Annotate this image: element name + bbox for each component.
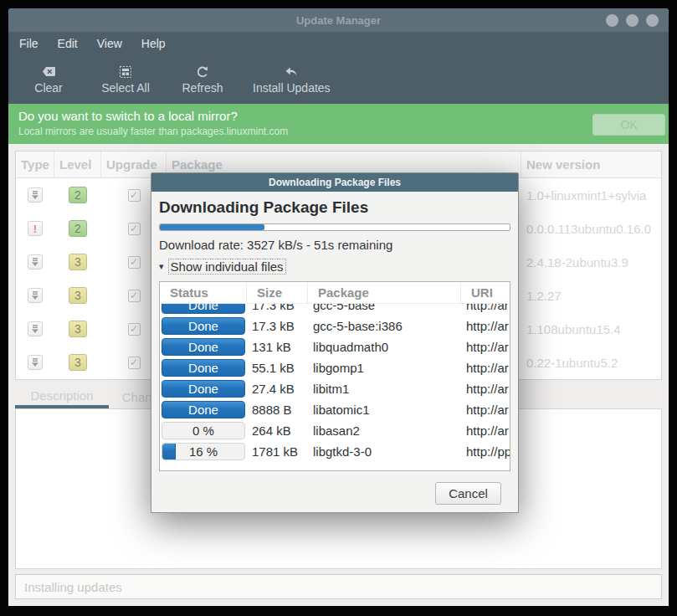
upgrade-checkbox[interactable] (128, 357, 141, 369)
select-all-button[interactable]: Select All (99, 64, 152, 95)
file-size: 264 kB (247, 424, 308, 438)
status-progress: Done (162, 317, 245, 335)
file-uri: http://ar (461, 382, 510, 396)
col-size[interactable]: Size (247, 282, 308, 303)
file-package: gcc-5-base (308, 304, 461, 312)
menu-file[interactable]: File (19, 37, 38, 50)
file-package: libquadmath0 (308, 340, 461, 354)
install-updates-label: Install Updates (253, 81, 331, 95)
file-size: 1781 kB (247, 444, 308, 459)
download-progressbar (159, 223, 510, 231)
status-progress: Done (162, 304, 245, 314)
col-status[interactable]: Status (160, 282, 247, 303)
file-size: 131 kB (247, 340, 308, 354)
clear-label: Clear (34, 81, 62, 95)
install-updates-button[interactable]: Install Updates (253, 64, 331, 95)
software-update-icon (28, 187, 43, 203)
file-row: Done 27.4 kB libitm1 http://ar (160, 378, 510, 399)
status-bar: Installing updates (15, 574, 662, 599)
banner-ok-button[interactable]: OK (592, 114, 665, 136)
level-badge: 3 (69, 254, 87, 270)
status-progress: Done (162, 338, 245, 356)
refresh-label: Refresh (182, 81, 223, 95)
new-version-value: 0.22-1ubuntu5.2 (521, 356, 661, 370)
refresh-button[interactable]: Refresh (176, 64, 229, 95)
file-size: 17.3 kB (247, 319, 308, 333)
file-package: libasan2 (308, 424, 461, 438)
software-update-icon (28, 321, 43, 336)
dialog-heading: Downloading Package Files (159, 198, 510, 217)
files-table-rows[interactable]: Done 17.3 kB gcc-5-base http://ar Done 1… (160, 304, 510, 470)
upgrade-checkbox[interactable] (128, 223, 141, 235)
file-size: 27.4 kB (247, 382, 308, 396)
menu-edit[interactable]: Edit (58, 37, 78, 50)
dialog-title: Downloading Package Files (269, 177, 401, 188)
file-uri: http://pp (461, 444, 510, 459)
menu-help[interactable]: Help (141, 37, 166, 50)
upgrade-checkbox[interactable] (128, 290, 141, 302)
minimize-icon[interactable] (606, 14, 618, 27)
software-update-icon (28, 355, 43, 370)
file-size: 55.1 kB (247, 361, 308, 375)
level-badge: 3 (69, 287, 87, 304)
window-title: Update Manager (296, 14, 381, 27)
status-progress: 16 % (162, 443, 245, 460)
level-badge: 2 (69, 187, 87, 203)
file-uri: http://ar (461, 361, 510, 375)
cancel-button[interactable]: Cancel (435, 482, 501, 505)
install-updates-icon (285, 64, 299, 79)
expander-label: Show individual files (168, 259, 286, 275)
file-uri: http://ar (461, 340, 510, 354)
file-row: Done 55.1 kB libgomp1 http://ar (160, 357, 510, 378)
file-package: libatomic1 (308, 403, 461, 417)
maximize-icon[interactable] (626, 14, 639, 27)
status-text: Installing updates (24, 580, 122, 594)
file-uri: http://ar (461, 403, 510, 417)
new-version-value: 1.2.27 (521, 289, 661, 303)
upgrade-checkbox[interactable] (128, 189, 141, 202)
software-update-icon (28, 254, 43, 270)
download-rate-text: Download rate: 3527 kB/s - 51s remaining (159, 238, 510, 252)
file-size: 17.3 kB (247, 304, 308, 312)
tab-description[interactable]: Description (15, 385, 109, 408)
status-progress: Done (162, 401, 245, 418)
new-version-value: 1.0+linuxmint1+sylvia (521, 188, 661, 203)
file-row: Done 17.3 kB gcc-5-base http://ar (160, 304, 510, 316)
banner-question: Do you want to switch to a local mirror? (18, 109, 238, 123)
upgrade-checkbox[interactable] (128, 256, 141, 269)
status-progress: Done (162, 380, 245, 398)
dialog-titlebar[interactable]: Downloading Package Files (151, 173, 518, 192)
file-uri: http://ar (461, 304, 510, 312)
upgrade-checkbox[interactable] (128, 323, 141, 336)
new-version-value: 1.108ubuntu15.4 (521, 322, 661, 336)
file-package: gcc-5-base:i386 (308, 319, 461, 333)
menu-view[interactable]: View (97, 37, 122, 50)
level-badge: 3 (69, 354, 87, 371)
software-update-icon (28, 288, 43, 303)
dialog-body: Downloading Package Files Download rate:… (151, 192, 518, 512)
window-controls (606, 8, 659, 32)
col-type[interactable]: Type (16, 151, 54, 177)
select-all-icon (119, 64, 132, 79)
col-level[interactable]: Level (54, 151, 101, 177)
col-new-version[interactable]: New version (521, 151, 661, 177)
titlebar[interactable]: Update Manager (8, 8, 669, 32)
col-uri[interactable]: URI (461, 282, 510, 303)
clear-icon (42, 64, 56, 79)
file-package: libgtkd-3-0 (308, 444, 461, 459)
status-progress: Done (162, 359, 245, 377)
close-icon[interactable] (646, 14, 659, 27)
col-file-package[interactable]: Package (308, 282, 461, 303)
file-package: libitm1 (308, 382, 461, 396)
level-badge: 2 (69, 220, 87, 237)
file-row: Done 131 kB libquadmath0 http://ar (160, 336, 510, 357)
security-update-icon: ! (28, 221, 43, 236)
refresh-icon (196, 64, 209, 79)
chevron-down-icon: ▾ (159, 261, 164, 272)
clear-button[interactable]: Clear (22, 64, 75, 95)
show-files-expander[interactable]: ▾ Show individual files (159, 259, 510, 275)
file-row: Done 8888 B libatomic1 http://ar (160, 399, 510, 420)
download-progress-fill (160, 224, 264, 230)
file-uri: http://ar (461, 424, 510, 438)
status-progress: 0 % (162, 422, 245, 439)
